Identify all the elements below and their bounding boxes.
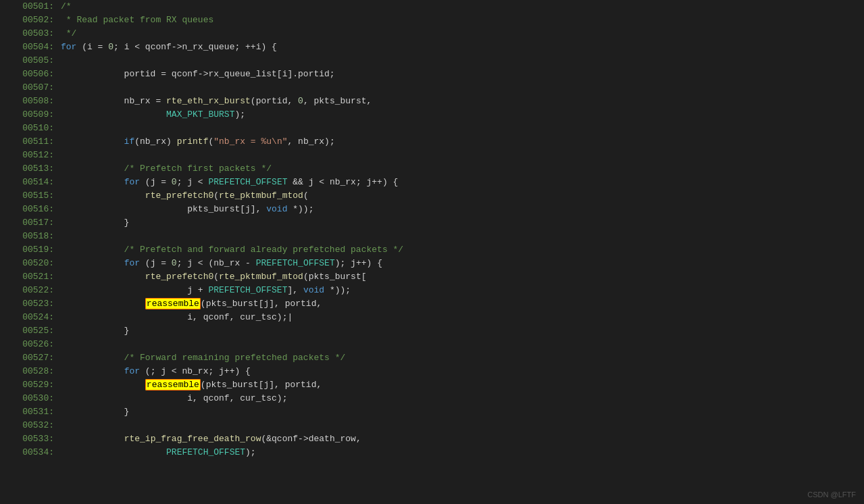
line-number: 00510: <box>0 122 61 135</box>
code-line: 00518: <box>0 230 864 243</box>
code-line: 00534: PREFETCH_OFFSET); <box>0 446 864 459</box>
code-line: 00525: } <box>0 324 864 338</box>
code-line: 00508: nb_rx = rte_eth_rx_burst(portid, … <box>0 95 864 108</box>
line-number: 00506: <box>0 68 61 81</box>
line-number: 00525: <box>0 324 61 338</box>
code-line: 00517: } <box>0 216 864 230</box>
code-line: 00510: <box>0 122 864 135</box>
line-number: 00523: <box>0 297 61 311</box>
line-number: 00522: <box>0 284 61 297</box>
code-line: 00505: <box>0 54 864 68</box>
line-number: 00501: <box>0 0 61 14</box>
line-number: 00509: <box>0 108 61 122</box>
code-line: 00511: if(nb_rx) printf("nb_rx = %u\n", … <box>0 135 864 149</box>
code-line: 00512: <box>0 149 864 162</box>
line-number: 00529: <box>0 378 61 392</box>
line-number: 00505: <box>0 54 61 68</box>
code-line: 00524: i, qconf, cur_tsc);| <box>0 311 864 324</box>
line-number: 00503: <box>0 27 61 41</box>
code-line: 00519: /* Prefetch and forward already p… <box>0 243 864 257</box>
code-line: 00520: for (j = 0; j < (nb_rx - PREFETCH… <box>0 257 864 270</box>
code-line: 00521: rte_prefetch0(rte_pktmbuf_mtod(pk… <box>0 270 864 284</box>
code-line: 00509: MAX_PKT_BURST); <box>0 108 864 122</box>
reassemble-highlight-1: reassemble <box>145 298 201 309</box>
code-line: 00507: <box>0 81 864 95</box>
line-number: 00521: <box>0 270 61 284</box>
code-line: 00503: */ <box>0 27 864 41</box>
line-number: 00508: <box>0 95 61 108</box>
line-number: 00533: <box>0 432 61 446</box>
code-line: 00529: reassemble(pkts_burst[j], portid, <box>0 378 864 392</box>
line-number: 00524: <box>0 311 61 324</box>
reassemble-highlight-2: reassemble <box>145 379 201 390</box>
line-number: 00514: <box>0 176 61 189</box>
code-line: 00528: for (; j < nb_rx; j++) { <box>0 365 864 378</box>
code-line: 00530: i, qconf, cur_tsc); <box>0 392 864 405</box>
line-number: 00518: <box>0 230 61 243</box>
line-number: 00513: <box>0 162 61 176</box>
line-number: 00526: <box>0 338 61 351</box>
line-number: 00517: <box>0 216 61 230</box>
line-number: 00520: <box>0 257 61 270</box>
code-line: 00501: /* <box>0 0 864 14</box>
line-number: 00512: <box>0 149 61 162</box>
line-number: 00534: <box>0 446 61 459</box>
code-line: 00533: rte_ip_frag_free_death_row(&qconf… <box>0 432 864 446</box>
line-number: 00516: <box>0 203 61 216</box>
code-line: 00514: for (j = 0; j < PREFETCH_OFFSET &… <box>0 176 864 189</box>
line-number: 00531: <box>0 405 61 419</box>
code-line: 00516: pkts_burst[j], void *)); <box>0 203 864 216</box>
code-line: 00531: } <box>0 405 864 419</box>
code-line: 00513: /* Prefetch first packets */ <box>0 162 864 176</box>
line-number: 00511: <box>0 135 61 149</box>
code-line: 00504: for (i = 0; i < qconf->n_rx_queue… <box>0 41 864 54</box>
code-line: 00526: <box>0 338 864 351</box>
line-number: 00528: <box>0 365 61 378</box>
code-line: 00532: <box>0 419 864 432</box>
line-number: 00532: <box>0 419 61 432</box>
code-line: 00522: j + PREFETCH_OFFSET], void *)); <box>0 284 864 297</box>
watermark: CSDN @LFTF <box>807 490 856 499</box>
line-number: 00515: <box>0 189 61 203</box>
line-number: 00519: <box>0 243 61 257</box>
line-number: 00504: <box>0 41 61 54</box>
line-number: 00530: <box>0 392 61 405</box>
line-number: 00527: <box>0 351 61 365</box>
code-container: 00501: /* 00502: * Read packet from RX q… <box>0 0 864 504</box>
code-line: 00527: /* Forward remaining prefetched p… <box>0 351 864 365</box>
line-number: 00507: <box>0 81 61 95</box>
code-line: 00502: * Read packet from RX queues <box>0 14 864 27</box>
code-line: 00515: rte_prefetch0(rte_pktmbuf_mtod( <box>0 189 864 203</box>
code-line: 00506: portid = qconf->rx_queue_list[i].… <box>0 68 864 81</box>
code-line: 00523: reassemble(pkts_burst[j], portid, <box>0 297 864 311</box>
line-number: 00502: <box>0 14 61 27</box>
